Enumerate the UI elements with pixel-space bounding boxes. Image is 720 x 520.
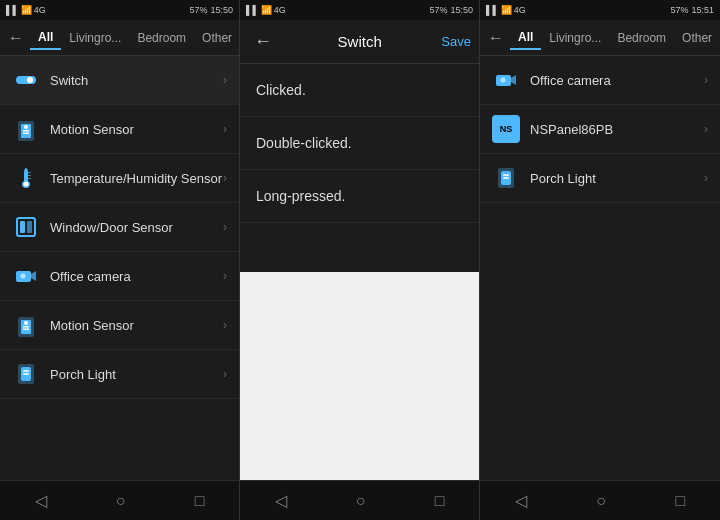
list-item-porch-right[interactable]: Porch Light › <box>480 154 720 203</box>
clicked-label: Clicked. <box>256 82 306 98</box>
office-camera-label: Office camera <box>530 73 704 88</box>
status-right: 57% 15:50 <box>189 5 233 15</box>
motion-icon-2 <box>12 311 40 339</box>
save-button[interactable]: Save <box>441 34 471 49</box>
svg-rect-9 <box>28 175 31 176</box>
battery-mid: 57% <box>429 5 447 15</box>
signal-right: ▌▌ <box>486 5 499 15</box>
svg-rect-8 <box>28 172 31 173</box>
action-long-pressed[interactable]: Long-pressed. <box>240 170 479 223</box>
svg-rect-20 <box>23 326 29 328</box>
nspanel-label: NSPanel86PB <box>530 122 704 137</box>
ns-badge-icon: NS <box>492 115 520 143</box>
status-left-right: ▌▌ 📶 4G <box>486 5 526 15</box>
svg-point-1 <box>27 77 33 83</box>
camera-icon-right <box>492 66 520 94</box>
back-nav-middle[interactable]: ◁ <box>259 483 303 518</box>
svg-rect-31 <box>503 174 509 176</box>
home-nav-middle[interactable]: ○ <box>340 484 382 518</box>
list-item-motion1[interactable]: Motion Sensor › <box>0 105 239 154</box>
tab-all-right[interactable]: All <box>510 26 541 50</box>
time-mid: 15:50 <box>450 5 473 15</box>
back-nav-right[interactable]: ◁ <box>499 483 543 518</box>
tab-livingroom-right[interactable]: Livingro... <box>541 27 609 49</box>
tab-bedroom-left[interactable]: Bedroom <box>129 27 194 49</box>
status-right-mid: 57% 15:50 <box>429 5 473 15</box>
tab-livingroom-left[interactable]: Livingro... <box>61 27 129 49</box>
list-item-motion2[interactable]: Motion Sensor › <box>0 301 239 350</box>
battery-right: 57% <box>670 5 688 15</box>
device-list-left: Switch › Motion Sensor › <box>0 56 239 480</box>
list-item-door[interactable]: Window/Door Sensor › <box>0 203 239 252</box>
wifi-mid: 📶 <box>261 5 272 15</box>
back-button-middle[interactable]: ← <box>248 27 278 56</box>
recent-nav-right[interactable]: □ <box>660 484 702 518</box>
svg-rect-10 <box>28 178 31 179</box>
action-double-clicked[interactable]: Double-clicked. <box>240 117 479 170</box>
back-icon-left[interactable]: ← <box>8 29 24 47</box>
time-left: 15:50 <box>210 5 233 15</box>
svg-rect-13 <box>27 221 32 233</box>
right-tab-bar: ← All Livingro... Bedroom Other <box>480 20 720 56</box>
svg-rect-21 <box>23 329 29 331</box>
signal-mid: ▌▌ <box>246 5 259 15</box>
long-pressed-label: Long-pressed. <box>256 188 346 204</box>
list-item-porch-left[interactable]: Porch Light › <box>0 350 239 399</box>
light-icon-right <box>492 164 520 192</box>
back-icon-right[interactable]: ← <box>488 29 504 47</box>
list-item-switch[interactable]: Switch › <box>0 56 239 105</box>
temp-icon <box>12 164 40 192</box>
porch-label-left: Porch Light <box>50 367 223 382</box>
wifi-icon: 📶 <box>21 5 32 15</box>
bottom-nav-left: ◁ ○ □ <box>0 480 239 520</box>
middle-nav-bar: ← Switch Save <box>240 20 479 64</box>
camera-icon-left <box>12 262 40 290</box>
tab-other-left[interactable]: Other <box>194 27 240 49</box>
list-item-camera[interactable]: Office camera › <box>0 252 239 301</box>
switch-label: Switch <box>50 73 223 88</box>
network-mid: 4G <box>274 5 286 15</box>
signal-icon: ▌▌ <box>6 5 19 15</box>
svg-point-28 <box>501 78 506 83</box>
door-icon <box>12 213 40 241</box>
list-item-office-camera[interactable]: Office camera › <box>480 56 720 105</box>
svg-rect-6 <box>23 133 29 135</box>
empty-area-middle <box>240 272 479 480</box>
light-icon-left <box>12 360 40 388</box>
svg-rect-5 <box>23 130 29 132</box>
porch-label-right: Porch Light <box>530 171 704 186</box>
motion2-label: Motion Sensor <box>50 318 223 333</box>
tab-all-left[interactable]: All <box>30 26 61 50</box>
middle-panel: ▌▌ 📶 4G 57% 15:50 ← Switch Save Clicked.… <box>240 0 480 520</box>
svg-point-19 <box>24 321 28 325</box>
wifi-right: 📶 <box>501 5 512 15</box>
recent-nav-left[interactable]: □ <box>179 484 221 518</box>
status-bar-right: ▌▌ 📶 4G 57% 15:51 <box>480 0 720 20</box>
tab-bedroom-right[interactable]: Bedroom <box>609 27 674 49</box>
svg-rect-24 <box>23 370 29 372</box>
left-panel: ▌▌ 📶 4G 57% 15:50 ← All Livingro... Bedr… <box>0 0 240 520</box>
svg-rect-25 <box>23 373 29 375</box>
motion-icon-1 <box>12 115 40 143</box>
home-nav-right[interactable]: ○ <box>580 484 622 518</box>
status-left-mid: ▌▌ 📶 4G <box>246 5 286 15</box>
status-bar-middle: ▌▌ 📶 4G 57% 15:50 <box>240 0 479 20</box>
bottom-nav-middle: ◁ ○ □ <box>240 480 479 520</box>
action-clicked[interactable]: Clicked. <box>240 64 479 117</box>
svg-point-7 <box>24 182 29 187</box>
camera-label: Office camera <box>50 269 223 284</box>
svg-rect-12 <box>20 221 25 233</box>
recent-nav-middle[interactable]: □ <box>419 484 461 518</box>
home-nav-left[interactable]: ○ <box>100 484 142 518</box>
status-left: ▌▌ 📶 4G <box>6 5 46 15</box>
middle-title: Switch <box>282 33 437 50</box>
status-right-right: 57% 15:51 <box>670 5 714 15</box>
tab-other-right[interactable]: Other <box>674 27 720 49</box>
double-clicked-label: Double-clicked. <box>256 135 352 151</box>
list-item-nspanel[interactable]: NS NSPanel86PB › <box>480 105 720 154</box>
list-item-temp[interactable]: Temperature/Humidity Sensor › <box>0 154 239 203</box>
svg-marker-27 <box>511 75 516 85</box>
back-nav-left[interactable]: ◁ <box>19 483 63 518</box>
temp-label: Temperature/Humidity Sensor <box>50 171 223 186</box>
svg-point-4 <box>24 125 28 129</box>
